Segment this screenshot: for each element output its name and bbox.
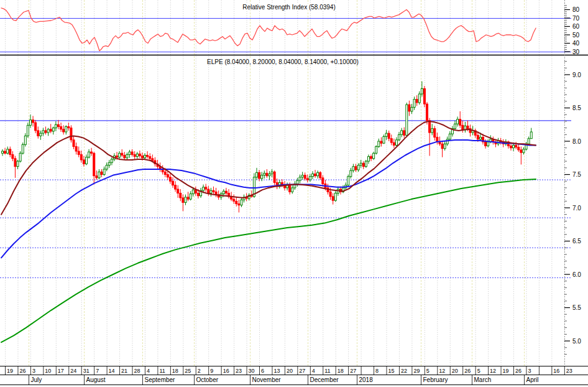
svg-text:2018: 2018 (359, 376, 374, 383)
svg-text:March: March (474, 376, 492, 383)
chart-window: { "colors": { "band_line": "#4545ff", "s… (0, 0, 588, 387)
svg-text:10: 10 (45, 368, 51, 374)
svg-text:22: 22 (401, 368, 407, 374)
svg-text:18: 18 (338, 368, 344, 374)
svg-text:30: 30 (572, 49, 580, 55)
svg-text:9.0: 9.0 (572, 72, 581, 78)
svg-text:4: 4 (147, 368, 150, 374)
svg-text:11: 11 (159, 368, 165, 374)
svg-text:8.0: 8.0 (572, 138, 581, 145)
svg-text:16: 16 (223, 368, 229, 374)
svg-text:July: July (31, 376, 42, 383)
svg-text:16: 16 (553, 368, 559, 374)
svg-text:24: 24 (70, 368, 76, 374)
svg-text:4: 4 (312, 368, 315, 374)
svg-text:3: 3 (32, 368, 35, 374)
svg-text:19: 19 (503, 368, 509, 374)
svg-text:6: 6 (261, 368, 264, 374)
svg-text:7.0: 7.0 (572, 205, 581, 212)
svg-text:20: 20 (287, 368, 293, 374)
svg-text:September: September (145, 376, 176, 383)
svg-text:26: 26 (515, 368, 521, 374)
svg-text:October: October (196, 376, 219, 383)
svg-text:December: December (310, 376, 339, 383)
svg-text:August: August (86, 376, 106, 383)
svg-text:27: 27 (350, 368, 356, 374)
svg-text:6.0: 6.0 (572, 271, 581, 278)
svg-text:12: 12 (439, 368, 445, 374)
svg-text:26: 26 (464, 368, 471, 374)
svg-text:20: 20 (452, 368, 458, 374)
svg-text:19: 19 (7, 368, 13, 374)
svg-text:3: 3 (528, 368, 531, 374)
svg-text:40: 40 (572, 40, 580, 47)
svg-text:6.5: 6.5 (572, 238, 581, 245)
svg-text:9: 9 (210, 368, 213, 374)
panel-frame-lines (0, 55, 588, 385)
svg-text:21: 21 (121, 368, 127, 374)
svg-text:50: 50 (572, 32, 580, 39)
svg-text:5: 5 (426, 368, 430, 374)
svg-text:31: 31 (83, 368, 90, 374)
svg-text:60: 60 (572, 23, 580, 30)
svg-text:27: 27 (299, 368, 305, 374)
candlestick-series (2, 82, 533, 213)
svg-text:28: 28 (134, 368, 140, 374)
svg-text:February: February (423, 376, 448, 383)
svg-text:7: 7 (96, 368, 99, 374)
svg-text:23: 23 (236, 368, 242, 374)
svg-text:2: 2 (198, 368, 201, 374)
svg-text:5: 5 (477, 368, 480, 374)
svg-text:80: 80 (572, 6, 580, 13)
svg-text:5.5: 5.5 (572, 304, 581, 311)
svg-text:23: 23 (566, 368, 572, 374)
svg-text:13: 13 (273, 368, 280, 374)
svg-text:April: April (526, 376, 539, 383)
rsi-panel (0, 8, 571, 52)
svg-text:8: 8 (375, 368, 379, 374)
svg-text:17: 17 (58, 368, 64, 374)
svg-text:5.0: 5.0 (572, 338, 581, 345)
price-panel-title: ELPE (8.04000, 8.20000, 8.04000, 8.14000… (205, 58, 361, 65)
svg-text:70: 70 (572, 15, 580, 22)
svg-text:25: 25 (185, 368, 191, 374)
svg-text:8.5: 8.5 (572, 105, 581, 111)
svg-text:14: 14 (109, 368, 115, 374)
bottom-date-axis: 1926310172431714212841118252916233061320… (6, 366, 572, 385)
svg-text:26: 26 (19, 368, 25, 374)
svg-text:November: November (252, 376, 282, 383)
svg-text:30: 30 (249, 368, 255, 374)
rsi-panel-title: Relative Strength Index (58.0394) (241, 4, 338, 11)
svg-text:18: 18 (172, 368, 178, 374)
svg-text:7.5: 7.5 (572, 171, 581, 178)
svg-text:12: 12 (490, 368, 496, 374)
svg-text:15: 15 (388, 368, 395, 374)
svg-text:11: 11 (324, 368, 330, 374)
svg-text:29: 29 (413, 368, 420, 374)
